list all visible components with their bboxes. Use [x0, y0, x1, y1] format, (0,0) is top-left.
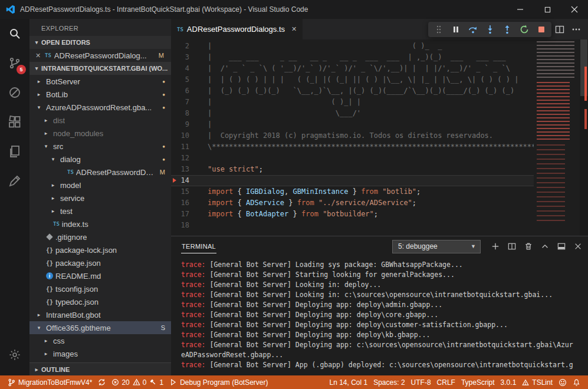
more-actions-icon[interactable]: [571, 25, 581, 34]
chevron-right-icon[interactable]: ▸: [41, 130, 51, 136]
code-line[interactable]: [208, 175, 534, 186]
close-button[interactable]: [561, 0, 588, 19]
tree-item-test[interactable]: ▸test: [29, 205, 171, 217]
tree-item-index-ts[interactable]: TSindex.ts: [29, 217, 171, 230]
maximize-button[interactable]: [534, 0, 561, 19]
code-line[interactable]: | ( )_| | |: [208, 97, 534, 108]
tree-item-azureadpasswordreset-gba[interactable]: ▾AzureADPasswordReset.gba...●: [29, 101, 171, 114]
code-line[interactable]: [208, 220, 534, 231]
code-line[interactable]: [208, 153, 534, 164]
line-number[interactable]: 5: [171, 74, 198, 85]
ts-version-status[interactable]: 3.0.1: [498, 375, 520, 389]
code-line[interactable]: | ( )_ _ |: [208, 41, 534, 52]
code-editor[interactable]: 23456789101112131415161718 | ( )_ _ || _…: [171, 39, 588, 236]
debug-status[interactable]: Debug Program (BotServer): [166, 375, 271, 389]
line-number[interactable]: 17: [171, 209, 198, 220]
tree-item-readme-md[interactable]: iREADME.md: [29, 269, 171, 282]
chevron-down-icon[interactable]: ▾: [34, 104, 44, 110]
editor-scrollbar[interactable]: [580, 39, 588, 236]
split-terminal-icon[interactable]: [508, 242, 516, 250]
line-number[interactable]: 18: [171, 220, 198, 231]
tree-item-model[interactable]: ▸model: [29, 179, 171, 192]
code-area[interactable]: | ( )_ _ || ___ ___ _ __ __ _ __ _ ___ _…: [198, 39, 534, 236]
indentation-status[interactable]: Spaces: 2: [370, 375, 408, 389]
chevron-right-icon[interactable]: ▸: [34, 91, 44, 97]
chevron-right-icon[interactable]: ▸: [41, 338, 51, 344]
close-icon[interactable]: ✕: [291, 25, 297, 33]
step-over-button[interactable]: [464, 22, 481, 37]
code-line[interactable]: import { ADService } from "../service/AD…: [208, 197, 534, 209]
cursor-position-status[interactable]: Ln 14, Col 1: [326, 375, 370, 389]
chevron-down-icon[interactable]: ▾: [41, 143, 51, 149]
toggle-panel-icon[interactable]: [557, 242, 566, 250]
tslint-status[interactable]: TSLint: [519, 375, 556, 389]
workspace-header[interactable]: ▾ INTRANETBOTQUICKSTART.GBAI (WO...: [29, 62, 171, 75]
git-branch-status[interactable]: MigrationToBotFmwV4*: [5, 375, 95, 389]
tree-item-service[interactable]: ▸service: [29, 192, 171, 205]
close-icon[interactable]: ✕: [34, 52, 42, 60]
terminal-output[interactable]: trace: [General Bot Server] Loading sys …: [171, 256, 588, 375]
chevron-right-icon[interactable]: ▸: [41, 117, 51, 123]
problems-status[interactable]: 20 0 1: [109, 375, 166, 389]
edit-icon[interactable]: [0, 166, 29, 196]
terminal-tab[interactable]: TERMINAL: [181, 240, 216, 253]
code-line[interactable]: | /' _ ` _ `\ ( '__)/'_` )/'_` )/' _ `\/…: [208, 63, 534, 74]
step-out-button[interactable]: [498, 22, 515, 37]
open-editor-item[interactable]: ✕ TS ADResetPasswordDialog... M: [29, 49, 171, 62]
tree-item-node-modules[interactable]: ▸node_modules: [29, 127, 171, 140]
chevron-right-icon[interactable]: ▸: [48, 195, 58, 201]
open-editors-header[interactable]: ▾ OPEN EDITORS: [29, 36, 171, 49]
line-number[interactable]: 10: [171, 130, 198, 141]
language-status[interactable]: TypeScript: [458, 375, 498, 389]
settings-gear-icon[interactable]: [0, 340, 29, 370]
line-number[interactable]: 16: [171, 197, 198, 209]
code-line[interactable]: | | ( ) ( ) | | | ( (_| |( (_| || ( ) |\…: [208, 74, 534, 85]
tree-item-botserver[interactable]: ▸BotServer●: [29, 75, 171, 88]
line-number[interactable]: 12: [171, 153, 198, 164]
code-line[interactable]: | ___ ___ _ __ __ _ __ _ ___ ___ | ,_)(_…: [208, 52, 534, 63]
source-control-icon[interactable]: 5: [0, 48, 29, 78]
line-number[interactable]: 4: [171, 63, 198, 74]
maximize-panel-icon[interactable]: [541, 242, 549, 250]
chevron-down-icon[interactable]: ▾: [48, 156, 58, 162]
chevron-down-icon[interactable]: ▾: [34, 325, 44, 331]
line-number[interactable]: 8: [171, 108, 198, 119]
tree-item-package-json[interactable]: {}package.json: [29, 256, 171, 269]
breakpoint-marker[interactable]: [173, 178, 176, 183]
tree-item-typedoc-json[interactable]: {}typedoc.json: [29, 295, 171, 308]
tree-item-dist[interactable]: ▸dist: [29, 114, 171, 127]
feedback-smiley[interactable]: [556, 375, 570, 389]
outline-header[interactable]: ▸ OUTLINE: [29, 362, 171, 375]
chevron-right-icon[interactable]: ▸: [34, 312, 44, 318]
restart-button[interactable]: [515, 22, 533, 37]
code-line[interactable]: | |: [208, 119, 534, 130]
line-number[interactable]: 6: [171, 85, 198, 97]
tree-item-botlib[interactable]: ▸BotLib●: [29, 88, 171, 101]
terminal-select[interactable]: 5: debuggee ▼: [392, 240, 481, 253]
line-number[interactable]: 11: [171, 141, 198, 153]
code-line[interactable]: | (_) (_) (_)(_) `\__,_)`\__, |(_) (_)(_…: [208, 85, 534, 97]
notifications-bell[interactable]: [570, 375, 583, 389]
chevron-right-icon[interactable]: ▸: [34, 78, 44, 84]
code-line[interactable]: import { BotAdapter } from "botbuilder";: [208, 209, 534, 220]
drag-grip-icon[interactable]: [430, 22, 447, 37]
eol-status[interactable]: CRLF: [434, 375, 458, 389]
new-terminal-icon[interactable]: [491, 242, 500, 250]
kill-terminal-trash-icon[interactable]: [524, 242, 533, 250]
step-into-button[interactable]: [481, 22, 498, 37]
minimize-button[interactable]: [507, 0, 534, 19]
line-number[interactable]: 9: [171, 119, 198, 130]
tree-item-intranetbot-gbot[interactable]: ▸IntranetBot.gbot: [29, 308, 171, 321]
tab-adresetpassworddialogs[interactable]: TS ADResetPasswordDialogs.ts ✕: [171, 19, 303, 39]
line-number[interactable]: 7: [171, 97, 198, 108]
sync-status[interactable]: [95, 375, 109, 389]
stop-button[interactable]: [533, 22, 550, 37]
line-number[interactable]: 15: [171, 186, 198, 197]
code-line[interactable]: | Copyright 2018 (c) pragmatismo.io. Tod…: [208, 130, 534, 141]
documents-icon[interactable]: [0, 137, 29, 166]
search-icon[interactable]: [0, 19, 29, 48]
editor-gutter[interactable]: 23456789101112131415161718: [171, 39, 198, 236]
tree-item-gitignore[interactable]: .gitignore: [29, 230, 171, 243]
code-line[interactable]: import { IGBDialog, GBMinInstance } from…: [208, 186, 534, 197]
tree-item-package-lock-json[interactable]: {}package-lock.json: [29, 243, 171, 256]
